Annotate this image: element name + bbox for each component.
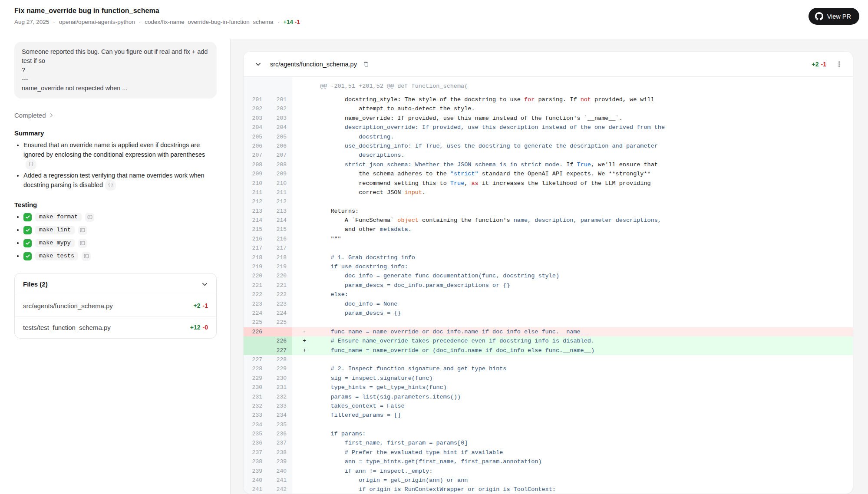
diff-marker	[292, 114, 317, 123]
diff-line: 217 217	[244, 244, 853, 253]
chevron-down-icon	[255, 61, 261, 67]
diff-marker	[292, 104, 317, 113]
old-line-number: 223	[244, 300, 268, 309]
code-line: Returns:	[317, 207, 853, 216]
repo-name[interactable]: openai/openai-agents-python	[59, 19, 135, 25]
code-line: doc_info = generate_func_documentation(f…	[317, 271, 853, 280]
diff-line: 227 + func_name = name_override or (doc_…	[244, 346, 853, 355]
diff-card-header: src/agents/function_schema.py +2 -1	[244, 52, 853, 77]
diff-marker	[292, 123, 317, 132]
new-line-number: 204	[268, 123, 292, 132]
diff-marker	[292, 207, 317, 216]
terminal-log-chip[interactable]	[78, 226, 87, 235]
files-panel: Files (2) src/agents/function_schema.py …	[14, 273, 217, 339]
branch-name[interactable]: codex/fix-name_override-bug-in-function_…	[145, 19, 273, 25]
new-line-number: 202	[268, 104, 292, 113]
code-reference-chip[interactable]: {}	[26, 159, 36, 170]
diff-marker	[292, 281, 317, 290]
new-line-number: 225	[268, 318, 292, 327]
old-line-number: 226	[244, 327, 268, 336]
old-line-number	[244, 346, 268, 355]
old-line-number: 216	[244, 234, 268, 244]
diff-line: 215 215 and other metadata.	[244, 225, 853, 234]
diff-line: 204 204 description_override: If provide…	[244, 123, 853, 132]
code-line: if ann != inspect._empty:	[317, 467, 853, 476]
test-command: make lint	[35, 226, 75, 234]
view-pr-button[interactable]: View PR	[809, 8, 859, 25]
new-line-number: 229	[268, 364, 292, 373]
diff-line: 228 229 # 2. Inspect function signature …	[244, 364, 853, 373]
code-line: docstring_style: The style of the docstr…	[317, 95, 853, 104]
code-line: and other metadata.	[317, 225, 853, 234]
terminal-log-chip[interactable]	[85, 213, 94, 222]
collapse-file-button[interactable]	[253, 59, 263, 69]
files-rows: src/agents/function_schema.py +2-1 tests…	[15, 295, 216, 338]
chevron-down-icon	[201, 281, 208, 287]
diff-marker	[292, 188, 317, 197]
new-line-number: 224	[268, 309, 292, 318]
diff-marker: +	[292, 336, 317, 346]
diff-marker	[292, 262, 317, 271]
code-line: first_name, first_param = params[0]	[317, 438, 853, 448]
diff-line: 235 236 if params:	[244, 429, 853, 438]
diff-marker	[292, 225, 317, 234]
new-line-number: 239	[268, 457, 292, 466]
files-panel-header[interactable]: Files (2)	[15, 273, 216, 295]
diff-marker	[292, 429, 317, 438]
old-line-number: 233	[244, 411, 268, 420]
copy-path-button[interactable]	[361, 59, 371, 69]
old-line-number: 221	[244, 281, 268, 290]
old-line-number: 227	[244, 355, 268, 364]
hunk-header-row: @@ -201,51 +201,52 @@ def function_schem…	[244, 77, 853, 95]
terminal-log-chip[interactable]	[82, 252, 91, 261]
meta-separator: ·	[277, 19, 280, 25]
old-line-number: 219	[244, 262, 268, 271]
diff-marker: -	[292, 327, 317, 336]
diff-marker	[292, 448, 317, 457]
old-line-number: 209	[244, 169, 268, 178]
test-command: make tests	[35, 252, 78, 260]
new-line-number: 222	[268, 290, 292, 299]
task-meta: Aug 27, 2025 · openai/openai-agents-pyth…	[14, 19, 300, 25]
diff-marker	[292, 383, 317, 392]
check-passed-icon	[23, 213, 32, 221]
copy-icon	[363, 61, 369, 67]
test-command: make mypy	[35, 239, 75, 247]
new-line-number: 232	[268, 392, 292, 402]
old-line-number: 240	[244, 476, 268, 485]
old-line-number: 231	[244, 392, 268, 402]
diff-line: 225 225	[244, 318, 853, 327]
old-line-number: 238	[244, 457, 268, 466]
diff-marker	[292, 151, 317, 160]
diff-marker	[292, 132, 317, 142]
old-line-number: 224	[244, 309, 268, 318]
diff-marker: +	[292, 346, 317, 355]
diff-code: @@ -201,51 +201,52 @@ def function_schem…	[244, 77, 853, 494]
code-line: strict_json_schema: Whether the JSON sch…	[317, 160, 853, 169]
code-line: filtered_params = []	[317, 411, 853, 420]
code-line: the schema adheres to the "strict" stand…	[317, 169, 853, 178]
diff-marker	[292, 253, 317, 262]
new-line-number: 218	[268, 253, 292, 262]
code-line: params = list(sig.parameters.items())	[317, 392, 853, 402]
new-line-number: 240	[268, 467, 292, 476]
status-completed-link[interactable]: Completed	[14, 112, 54, 119]
terminal-log-chip[interactable]	[78, 239, 87, 248]
file-row[interactable]: src/agents/function_schema.py +2-1	[15, 295, 216, 316]
file-additions: +2	[812, 61, 819, 68]
code-line: sig = inspect.signature(func)	[317, 374, 853, 383]
new-line-number: 231	[268, 383, 292, 392]
code-reference-chip[interactable]: {}	[105, 180, 116, 191]
diff-line: 206 206 use_docstring_info: If True, use…	[244, 142, 853, 151]
file-menu-button[interactable]	[834, 59, 844, 69]
file-row[interactable]: tests/test_function_schema.py +12-0	[15, 316, 216, 338]
hunk-header: @@ -201,51 +201,52 @@ def function_schem…	[292, 77, 468, 95]
old-line-number: 213	[244, 207, 268, 216]
diff-line: 226 + # Ensure name_override takes prece…	[244, 336, 853, 346]
page-title: Fix name_override bug in function_schema	[14, 7, 300, 15]
diff-marker	[292, 300, 317, 309]
new-line-number: 219	[268, 262, 292, 271]
old-line-number: 205	[244, 132, 268, 142]
diff-marker	[292, 364, 317, 373]
new-line-number: 207	[268, 151, 292, 160]
